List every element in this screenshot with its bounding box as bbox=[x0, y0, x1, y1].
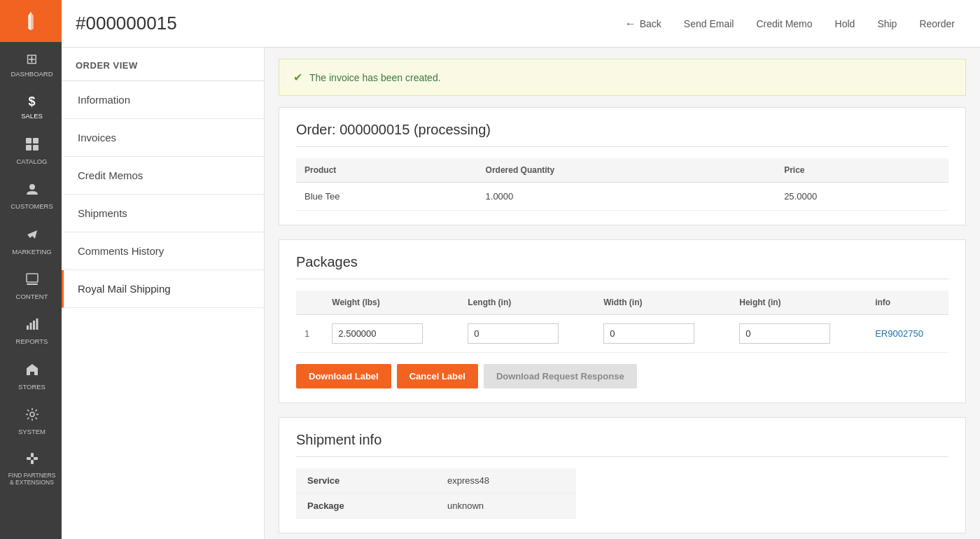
package-buttons: Download Label Cancel Label Download Req… bbox=[296, 364, 948, 388]
content-area: ORDER VIEW Information Invoices Credit M… bbox=[62, 48, 980, 539]
service-value: express48 bbox=[436, 468, 576, 493]
download-label-button[interactable]: Download Label bbox=[296, 364, 391, 388]
back-button[interactable]: ← Back bbox=[614, 12, 673, 36]
customers-icon bbox=[25, 182, 39, 200]
sidebar-item-marketing[interactable]: MARKETING bbox=[0, 219, 62, 264]
download-request-response-button[interactable]: Download Request Response bbox=[484, 364, 637, 388]
sidebar-item-customers[interactable]: CUSTOMERS bbox=[0, 174, 62, 218]
pkg-col-num bbox=[296, 290, 323, 315]
order-title: Order: 000000015 (processing) bbox=[296, 122, 948, 147]
svg-rect-9 bbox=[27, 284, 38, 285]
pkg-weight-cell bbox=[323, 315, 459, 353]
sidebar-item-dashboard[interactable]: ⊞ DASHBOARD bbox=[0, 42, 62, 86]
stores-icon bbox=[25, 363, 39, 380]
order-section: Order: 000000015 (processing) Product Or… bbox=[279, 107, 966, 225]
shipment-info-section: Shipment info Service express48 Package … bbox=[279, 417, 966, 533]
price-cell: 25.0000 bbox=[776, 183, 948, 211]
extensions-icon bbox=[25, 451, 39, 469]
svg-rect-6 bbox=[33, 145, 38, 150]
nav-item-credit-memos[interactable]: Credit Memos bbox=[62, 157, 264, 195]
catalog-icon bbox=[25, 137, 39, 155]
svg-rect-15 bbox=[27, 457, 31, 460]
nav-item-information[interactable]: Information bbox=[62, 81, 264, 119]
pkg-height-cell bbox=[731, 315, 867, 353]
svg-rect-3 bbox=[26, 138, 31, 144]
back-arrow-icon: ← bbox=[625, 18, 636, 30]
col-header-quantity: Ordered Quantity bbox=[477, 158, 776, 183]
hold-button[interactable]: Hold bbox=[824, 13, 867, 35]
nav-item-shipments[interactable]: Shipments bbox=[62, 195, 264, 232]
sidebar-item-extensions[interactable]: FIND PARTNERS & EXTENSIONS bbox=[0, 444, 62, 493]
system-icon bbox=[25, 407, 39, 425]
table-row: Package unknown bbox=[296, 493, 576, 519]
success-banner: ✔ The invoice has been created. bbox=[279, 59, 966, 96]
main-area: #000000015 ← Back Send Email Credit Memo… bbox=[62, 0, 980, 539]
success-message: The invoice has been created. bbox=[309, 72, 441, 83]
packages-section: Packages Weight (lbs) Length (in) Width … bbox=[279, 239, 966, 403]
sidebar-item-system[interactable]: SYSTEM bbox=[0, 399, 62, 444]
svg-rect-11 bbox=[29, 323, 31, 330]
magento-logo-icon bbox=[18, 8, 44, 34]
nav-item-invoices[interactable]: Invoices bbox=[62, 119, 264, 157]
marketing-icon bbox=[25, 227, 39, 245]
send-email-button[interactable]: Send Email bbox=[673, 13, 746, 35]
content-icon bbox=[25, 272, 39, 290]
svg-rect-4 bbox=[33, 138, 38, 144]
svg-rect-8 bbox=[27, 274, 38, 282]
col-header-product: Product bbox=[296, 158, 477, 183]
tracking-link[interactable]: ER9002750 bbox=[875, 328, 923, 339]
pkg-col-width: Width (in) bbox=[595, 290, 731, 315]
sidebar-item-reports[interactable]: REPORTS bbox=[0, 309, 62, 354]
package-value: unknown bbox=[436, 493, 576, 519]
nav-item-royal-mail[interactable]: Royal Mail Shipping bbox=[62, 270, 264, 308]
pkg-col-height: Height (in) bbox=[731, 290, 867, 315]
order-view-title: ORDER VIEW bbox=[62, 48, 264, 81]
package-label: Package bbox=[296, 493, 436, 519]
pkg-length-cell bbox=[459, 315, 595, 353]
sidebar-item-content[interactable]: CONTENT bbox=[0, 264, 62, 309]
ship-button[interactable]: Ship bbox=[866, 13, 908, 35]
pkg-row-num: 1 bbox=[296, 315, 323, 353]
pkg-width-input[interactable] bbox=[603, 323, 694, 344]
topbar-actions: ← Back Send Email Credit Memo Hold Ship … bbox=[614, 12, 966, 36]
table-row: Service express48 bbox=[296, 468, 576, 493]
svg-rect-12 bbox=[33, 321, 35, 330]
sidebar-item-stores[interactable]: STORES bbox=[0, 354, 62, 399]
service-label: Service bbox=[296, 468, 436, 493]
left-panel: ORDER VIEW Information Invoices Credit M… bbox=[62, 48, 265, 539]
svg-rect-17 bbox=[31, 453, 34, 457]
svg-point-7 bbox=[29, 184, 35, 190]
order-table: Product Ordered Quantity Price Blue Tee … bbox=[296, 158, 948, 211]
svg-rect-16 bbox=[34, 457, 38, 460]
packages-table: Weight (lbs) Length (in) Width (in) Heig… bbox=[296, 290, 948, 353]
reports-icon bbox=[25, 317, 39, 335]
pkg-col-weight: Weight (lbs) bbox=[323, 290, 459, 315]
quantity-cell: 1.0000 bbox=[477, 183, 776, 211]
sidebar-item-catalog[interactable]: CATALOG bbox=[0, 129, 62, 174]
nav-item-comments-history[interactable]: Comments History bbox=[62, 232, 264, 270]
svg-rect-13 bbox=[36, 318, 38, 330]
product-cell: Blue Tee bbox=[296, 183, 477, 211]
pkg-weight-input[interactable] bbox=[332, 323, 423, 344]
pkg-info-cell: ER9002750 bbox=[867, 315, 948, 353]
svg-rect-18 bbox=[31, 460, 34, 464]
reorder-button[interactable]: Reorder bbox=[908, 13, 966, 35]
pkg-col-length: Length (in) bbox=[459, 290, 595, 315]
pkg-col-info: info bbox=[867, 290, 948, 315]
col-header-price: Price bbox=[776, 158, 948, 183]
packages-title: Packages bbox=[296, 254, 948, 279]
credit-memo-button[interactable]: Credit Memo bbox=[745, 13, 823, 35]
sales-icon: $ bbox=[28, 94, 35, 109]
cancel-label-button[interactable]: Cancel Label bbox=[397, 364, 478, 388]
pkg-length-input[interactable] bbox=[468, 323, 559, 344]
right-panel: ✔ The invoice has been created. Order: 0… bbox=[265, 48, 980, 539]
shipment-info-table: Service express48 Package unknown bbox=[296, 468, 576, 519]
pkg-height-input[interactable] bbox=[739, 323, 830, 344]
sidebar-item-sales[interactable]: $ SALES bbox=[0, 86, 62, 128]
table-row: 1 bbox=[296, 315, 948, 353]
shipment-info-title: Shipment info bbox=[296, 432, 948, 457]
success-checkmark-icon: ✔ bbox=[293, 71, 302, 84]
svg-point-14 bbox=[30, 412, 34, 416]
svg-rect-5 bbox=[26, 145, 31, 150]
pkg-width-cell bbox=[595, 315, 731, 353]
